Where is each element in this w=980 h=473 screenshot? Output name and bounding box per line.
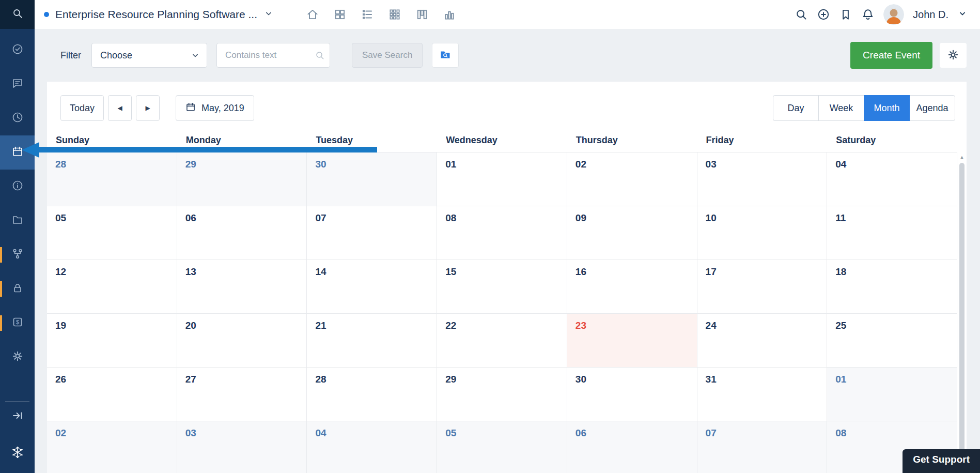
scroll-up-icon[interactable]: ▲	[960, 154, 965, 161]
filter-choose-select[interactable]: Choose	[91, 43, 207, 68]
calendar-cell[interactable]: 05	[47, 206, 177, 260]
vertical-scrollbar[interactable]: ▲ ▼	[957, 152, 967, 473]
calendar-cell[interactable]: 31	[697, 368, 828, 421]
scrollbar-thumb[interactable]	[959, 163, 965, 463]
calendar-cell[interactable]: 23	[567, 314, 697, 368]
search-icon[interactable]	[795, 8, 808, 21]
dashboard-icon[interactable]	[333, 8, 347, 21]
calendar-cell[interactable]: 28	[307, 368, 437, 421]
header-nav-icons	[306, 8, 456, 21]
next-month-button[interactable]: ▶	[136, 95, 160, 121]
calendar-cell[interactable]: 20	[177, 314, 307, 368]
top-bar: Enterprise Resource Planning Software ..…	[35, 0, 980, 29]
calendar-cell[interactable]: 02	[567, 152, 697, 206]
calendar-cell[interactable]: 01	[827, 368, 957, 421]
view-agenda-button[interactable]: Agenda	[909, 95, 955, 121]
calendar-cell[interactable]: 29	[437, 368, 567, 421]
day-header-saturday: Saturday	[827, 135, 957, 146]
calendar-cell[interactable]: 03	[697, 152, 828, 206]
cell-day-number: 05	[445, 428, 456, 438]
calendar-cell[interactable]: 14	[307, 260, 437, 314]
lock-icon	[11, 282, 24, 296]
sidebar-item-org-chart[interactable]	[0, 238, 35, 272]
calendar-cell[interactable]: 08	[437, 206, 567, 260]
home-icon[interactable]	[306, 8, 319, 21]
calendar-cell[interactable]: 06	[567, 421, 697, 473]
saved-searches-button[interactable]	[432, 43, 459, 68]
select-value: Choose	[100, 50, 132, 61]
cell-day-number: 26	[55, 374, 66, 385]
filter-bar-right: Create Event	[850, 42, 967, 69]
create-event-button[interactable]: Create Event	[850, 42, 932, 69]
get-support-button[interactable]: Get Support	[903, 449, 980, 473]
cell-day-number: 07	[706, 428, 717, 438]
user-menu-chevron[interactable]	[957, 8, 968, 21]
avatar[interactable]	[883, 4, 904, 25]
calendar-cell[interactable]: 12	[47, 260, 177, 314]
add-circle-icon[interactable]	[817, 8, 830, 21]
contains-text-field	[216, 43, 330, 68]
calendar-cell[interactable]: 03	[177, 421, 307, 473]
sidebar-item-documents[interactable]	[0, 204, 35, 238]
calendar-cell[interactable]: 06	[177, 206, 307, 260]
calendar-cell[interactable]: 04	[307, 421, 437, 473]
calendar-cell[interactable]: 05	[437, 421, 567, 473]
calendar-cell[interactable]: 22	[437, 314, 567, 368]
sidebar-collapse-button[interactable]	[0, 402, 35, 432]
chevron-down-icon	[263, 8, 274, 21]
bell-icon[interactable]	[861, 8, 875, 21]
calendar-cell[interactable]: 27	[177, 368, 307, 421]
calendar-cell[interactable]: 15	[437, 260, 567, 314]
sidebar-item-settings[interactable]	[0, 340, 35, 374]
calendar-cell[interactable]: 07	[697, 421, 828, 473]
view-day-button[interactable]: Day	[773, 95, 819, 121]
bar-chart-icon[interactable]	[443, 8, 456, 21]
calendar-cell[interactable]: 26	[47, 368, 177, 421]
list-icon[interactable]	[361, 8, 374, 21]
calendar-cell[interactable]: 10	[697, 206, 828, 260]
day-header-friday: Friday	[697, 135, 828, 146]
sidebar-item-security[interactable]	[0, 272, 35, 306]
calendar-cell[interactable]: 25	[827, 314, 957, 368]
calendar-cell[interactable]: 07	[307, 206, 437, 260]
calendar-cell[interactable]: 21	[307, 314, 437, 368]
calendar-cell[interactable]: 18	[827, 260, 957, 314]
grid-icon[interactable]	[388, 8, 401, 21]
calendar-cell[interactable]: 30	[567, 368, 697, 421]
sidebar-item-info[interactable]	[0, 170, 35, 204]
calendar-cell[interactable]: 16	[567, 260, 697, 314]
today-button[interactable]: Today	[60, 95, 104, 121]
view-month-button[interactable]: Month	[864, 95, 910, 121]
prev-month-button[interactable]: ◀	[108, 95, 132, 121]
calendar-cell[interactable]: 30	[307, 152, 437, 206]
calendar-cell[interactable]: 02	[47, 421, 177, 473]
sidebar-item-messages[interactable]	[0, 67, 35, 101]
calendar-cell[interactable]: 04	[827, 152, 957, 206]
calendar-cell[interactable]: 17	[697, 260, 828, 314]
cell-day-number: 25	[835, 320, 846, 331]
sidebar-item-history[interactable]	[0, 101, 35, 135]
settings-button[interactable]	[940, 43, 967, 68]
search-icon	[315, 50, 325, 60]
calendar-cell[interactable]: 19	[47, 314, 177, 368]
title-dropdown[interactable]	[263, 8, 274, 21]
sidebar-search-button[interactable]	[0, 0, 35, 29]
period-picker-button[interactable]: May, 2019	[176, 95, 254, 121]
sidebar-item-calendar[interactable]	[0, 135, 35, 170]
save-search-button[interactable]: Save Search	[352, 43, 423, 68]
bookmark-icon[interactable]	[839, 8, 852, 21]
sidebar-item-billing[interactable]: $	[0, 306, 35, 340]
user-name[interactable]: John D.	[913, 9, 948, 21]
calendar-cell[interactable]: 24	[697, 314, 828, 368]
calendar-cell[interactable]: 09	[567, 206, 697, 260]
contains-text-input[interactable]	[216, 43, 330, 68]
cell-day-number: 28	[315, 374, 326, 385]
calendar-cell[interactable]: 01	[437, 152, 567, 206]
calendar-cell[interactable]: 29	[177, 152, 307, 206]
sidebar-item-tasks[interactable]	[0, 33, 35, 67]
kanban-icon[interactable]	[415, 8, 429, 21]
calendar-cell[interactable]: 11	[827, 206, 957, 260]
calendar-cell[interactable]: 13	[177, 260, 307, 314]
view-week-button[interactable]: Week	[818, 95, 864, 121]
calendar-cell[interactable]: 28	[47, 152, 177, 206]
